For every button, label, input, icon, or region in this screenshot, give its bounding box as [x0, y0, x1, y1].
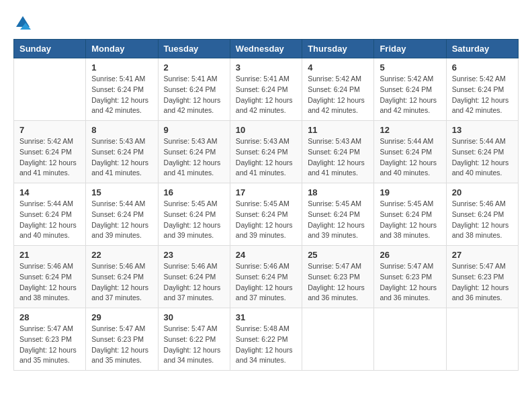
calendar-cell: 3Sunrise: 5:41 AM Sunset: 6:24 PM Daylig… [230, 58, 302, 121]
calendar-cell: 7Sunrise: 5:42 AM Sunset: 6:24 PM Daylig… [14, 121, 86, 183]
calendar-cell: 27Sunrise: 5:47 AM Sunset: 6:23 PM Dayli… [446, 246, 518, 308]
day-number: 29 [91, 312, 152, 322]
day-info: Sunrise: 5:45 AM Sunset: 6:24 PM Dayligh… [164, 199, 224, 241]
day-info: Sunrise: 5:43 AM Sunset: 6:24 PM Dayligh… [236, 136, 296, 179]
page-header [13, 13, 519, 32]
day-number: 11 [308, 125, 368, 135]
day-number: 14 [19, 187, 80, 197]
logo-icon [13, 13, 32, 32]
day-number: 7 [19, 125, 80, 135]
calendar-header: SundayMondayTuesdayWednesdayThursdayFrid… [14, 40, 519, 58]
calendar-week-2: 7Sunrise: 5:42 AM Sunset: 6:24 PM Daylig… [14, 121, 519, 183]
day-number: 31 [236, 312, 296, 322]
day-info: Sunrise: 5:47 AM Sunset: 6:23 PM Dayligh… [380, 261, 440, 304]
header-day-wednesday: Wednesday [230, 40, 302, 58]
day-info: Sunrise: 5:44 AM Sunset: 6:24 PM Dayligh… [380, 136, 440, 179]
calendar-cell: 1Sunrise: 5:41 AM Sunset: 6:24 PM Daylig… [86, 58, 158, 121]
calendar-cell: 13Sunrise: 5:44 AM Sunset: 6:24 PM Dayli… [446, 121, 518, 183]
day-info: Sunrise: 5:43 AM Sunset: 6:24 PM Dayligh… [164, 136, 224, 179]
calendar-cell: 6Sunrise: 5:42 AM Sunset: 6:24 PM Daylig… [446, 58, 518, 121]
day-info: Sunrise: 5:43 AM Sunset: 6:24 PM Dayligh… [91, 136, 152, 179]
calendar-cell [374, 308, 446, 371]
header-day-friday: Friday [374, 40, 446, 58]
calendar-cell: 17Sunrise: 5:45 AM Sunset: 6:24 PM Dayli… [230, 183, 302, 246]
header-row: SundayMondayTuesdayWednesdayThursdayFrid… [14, 40, 519, 58]
day-number: 10 [236, 125, 296, 135]
day-info: Sunrise: 5:46 AM Sunset: 6:24 PM Dayligh… [164, 261, 224, 304]
day-number: 2 [164, 62, 224, 73]
calendar-table: SundayMondayTuesdayWednesdayThursdayFrid… [13, 39, 519, 371]
day-info: Sunrise: 5:42 AM Sunset: 6:24 PM Dayligh… [308, 74, 368, 116]
day-number: 13 [452, 125, 513, 135]
day-number: 3 [236, 62, 296, 73]
calendar-cell: 29Sunrise: 5:47 AM Sunset: 6:23 PM Dayli… [86, 308, 158, 371]
day-info: Sunrise: 5:44 AM Sunset: 6:24 PM Dayligh… [19, 199, 80, 241]
calendar-cell: 12Sunrise: 5:44 AM Sunset: 6:24 PM Dayli… [374, 121, 446, 183]
day-number: 28 [19, 312, 80, 322]
day-info: Sunrise: 5:41 AM Sunset: 6:24 PM Dayligh… [236, 74, 296, 116]
calendar-body: 1Sunrise: 5:41 AM Sunset: 6:24 PM Daylig… [14, 58, 519, 371]
calendar-cell: 4Sunrise: 5:42 AM Sunset: 6:24 PM Daylig… [302, 58, 374, 121]
calendar-cell [446, 308, 518, 371]
day-info: Sunrise: 5:42 AM Sunset: 6:24 PM Dayligh… [19, 136, 80, 179]
day-number: 30 [164, 312, 224, 322]
calendar-cell [14, 58, 86, 121]
day-number: 17 [236, 187, 296, 197]
day-number: 16 [164, 187, 224, 197]
day-info: Sunrise: 5:47 AM Sunset: 6:23 PM Dayligh… [452, 261, 513, 304]
calendar-cell: 26Sunrise: 5:47 AM Sunset: 6:23 PM Dayli… [374, 246, 446, 308]
day-number: 9 [164, 125, 224, 135]
calendar-cell: 16Sunrise: 5:45 AM Sunset: 6:24 PM Dayli… [158, 183, 230, 246]
calendar-cell: 25Sunrise: 5:47 AM Sunset: 6:23 PM Dayli… [302, 246, 374, 308]
day-info: Sunrise: 5:42 AM Sunset: 6:24 PM Dayligh… [452, 74, 513, 116]
calendar-cell: 18Sunrise: 5:45 AM Sunset: 6:24 PM Dayli… [302, 183, 374, 246]
day-number: 15 [91, 187, 152, 197]
calendar-cell: 9Sunrise: 5:43 AM Sunset: 6:24 PM Daylig… [158, 121, 230, 183]
header-day-monday: Monday [86, 40, 158, 58]
calendar-week-5: 28Sunrise: 5:47 AM Sunset: 6:23 PM Dayli… [14, 308, 519, 371]
day-info: Sunrise: 5:46 AM Sunset: 6:24 PM Dayligh… [19, 261, 80, 304]
calendar-week-3: 14Sunrise: 5:44 AM Sunset: 6:24 PM Dayli… [14, 183, 519, 246]
day-number: 19 [380, 187, 440, 197]
header-day-sunday: Sunday [14, 40, 86, 58]
day-number: 22 [91, 250, 152, 260]
day-info: Sunrise: 5:41 AM Sunset: 6:24 PM Dayligh… [164, 74, 224, 116]
calendar-cell: 14Sunrise: 5:44 AM Sunset: 6:24 PM Dayli… [14, 183, 86, 246]
calendar-cell: 24Sunrise: 5:46 AM Sunset: 6:24 PM Dayli… [230, 246, 302, 308]
logo [13, 13, 35, 32]
day-number: 6 [452, 62, 513, 73]
calendar-cell: 30Sunrise: 5:47 AM Sunset: 6:22 PM Dayli… [158, 308, 230, 371]
day-number: 12 [380, 125, 440, 135]
day-number: 24 [236, 250, 296, 260]
calendar-cell: 8Sunrise: 5:43 AM Sunset: 6:24 PM Daylig… [86, 121, 158, 183]
day-info: Sunrise: 5:45 AM Sunset: 6:24 PM Dayligh… [380, 199, 440, 241]
day-number: 21 [19, 250, 80, 260]
calendar-cell: 11Sunrise: 5:43 AM Sunset: 6:24 PM Dayli… [302, 121, 374, 183]
calendar-cell: 21Sunrise: 5:46 AM Sunset: 6:24 PM Dayli… [14, 246, 86, 308]
day-info: Sunrise: 5:47 AM Sunset: 6:23 PM Dayligh… [308, 261, 368, 304]
day-info: Sunrise: 5:43 AM Sunset: 6:24 PM Dayligh… [308, 136, 368, 179]
day-info: Sunrise: 5:45 AM Sunset: 6:24 PM Dayligh… [236, 199, 296, 241]
svg-marker-0 [16, 16, 30, 27]
day-number: 1 [91, 62, 152, 73]
calendar-cell: 19Sunrise: 5:45 AM Sunset: 6:24 PM Dayli… [374, 183, 446, 246]
day-info: Sunrise: 5:45 AM Sunset: 6:24 PM Dayligh… [308, 199, 368, 241]
day-info: Sunrise: 5:44 AM Sunset: 6:24 PM Dayligh… [91, 199, 152, 241]
calendar-cell: 31Sunrise: 5:48 AM Sunset: 6:22 PM Dayli… [230, 308, 302, 371]
calendar-cell: 23Sunrise: 5:46 AM Sunset: 6:24 PM Dayli… [158, 246, 230, 308]
day-info: Sunrise: 5:47 AM Sunset: 6:22 PM Dayligh… [164, 324, 224, 366]
day-info: Sunrise: 5:46 AM Sunset: 6:24 PM Dayligh… [91, 261, 152, 304]
day-info: Sunrise: 5:48 AM Sunset: 6:22 PM Dayligh… [236, 324, 296, 366]
day-info: Sunrise: 5:47 AM Sunset: 6:23 PM Dayligh… [19, 324, 80, 366]
calendar-week-4: 21Sunrise: 5:46 AM Sunset: 6:24 PM Dayli… [14, 246, 519, 308]
day-number: 5 [380, 62, 440, 73]
day-number: 23 [164, 250, 224, 260]
calendar-cell: 5Sunrise: 5:42 AM Sunset: 6:24 PM Daylig… [374, 58, 446, 121]
calendar-cell: 15Sunrise: 5:44 AM Sunset: 6:24 PM Dayli… [86, 183, 158, 246]
day-info: Sunrise: 5:46 AM Sunset: 6:24 PM Dayligh… [452, 199, 513, 241]
calendar-cell: 10Sunrise: 5:43 AM Sunset: 6:24 PM Dayli… [230, 121, 302, 183]
day-number: 26 [380, 250, 440, 260]
calendar-cell [302, 308, 374, 371]
header-day-saturday: Saturday [446, 40, 518, 58]
day-info: Sunrise: 5:46 AM Sunset: 6:24 PM Dayligh… [236, 261, 296, 304]
